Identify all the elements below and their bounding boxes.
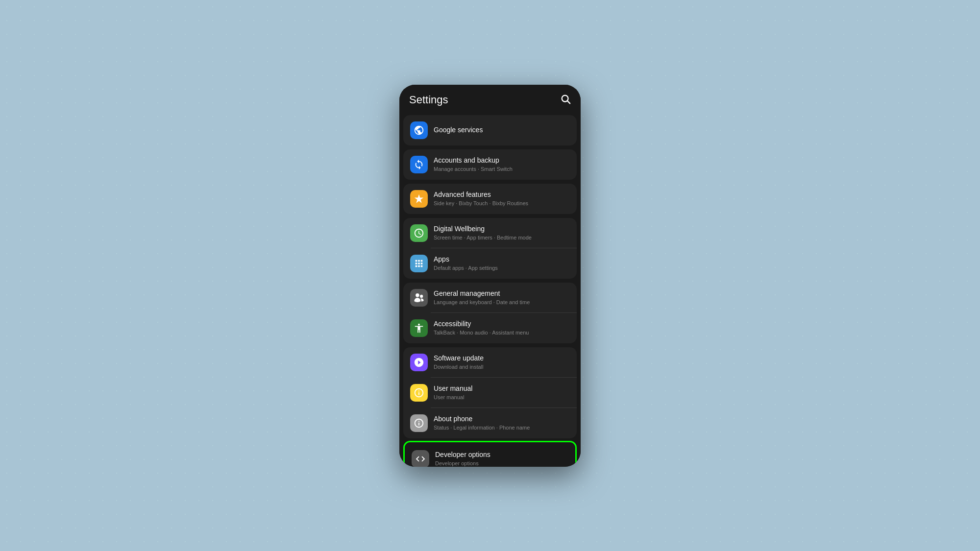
advanced-features-subtitle: Side key · Bixby Touch · Bixby Routines (434, 200, 570, 207)
settings-header: Settings (399, 85, 581, 113)
advanced-features-text: Advanced features Side key · Bixby Touch… (434, 190, 570, 207)
user-manual-text: User manual User manual (434, 384, 570, 401)
user-manual-icon (410, 384, 428, 402)
google-services-title: Google services (434, 125, 570, 134)
digital-wellbeing-icon (410, 224, 428, 242)
general-management-item[interactable]: General management Language and keyboard… (403, 283, 577, 313)
about-phone-subtitle: Status · Legal information · Phone name (434, 424, 570, 431)
apps-text: Apps Default apps · App settings (434, 255, 570, 271)
accounts-backup-text: Accounts and backup Manage accounts · Sm… (434, 156, 570, 172)
svg-line-1 (567, 101, 570, 103)
about-phone-icon (410, 414, 428, 432)
search-icon[interactable] (560, 94, 571, 107)
apps-icon (410, 255, 428, 272)
software-update-subtitle: Download and install (434, 363, 570, 370)
section-management-access: General management Language and keyboard… (403, 283, 577, 343)
page-title: Settings (409, 94, 448, 106)
advanced-features-item[interactable]: Advanced features Side key · Bixby Touch… (403, 184, 577, 214)
apps-title: Apps (434, 255, 570, 264)
user-manual-item[interactable]: User manual User manual (403, 378, 577, 408)
accessibility-item[interactable]: Accessibility TalkBack · Mono audio · As… (403, 313, 577, 343)
general-management-title: General management (434, 289, 570, 298)
google-services-item[interactable]: Google services (403, 115, 577, 145)
developer-options-item[interactable]: Developer options Developer options (405, 442, 575, 467)
apps-item[interactable]: Apps Default apps · App settings (403, 248, 577, 279)
general-management-subtitle: Language and keyboard · Date and time (434, 299, 570, 306)
section-google: Google services (403, 115, 577, 145)
accessibility-icon (410, 319, 428, 337)
general-management-icon (410, 289, 428, 307)
google-services-icon (410, 121, 428, 139)
developer-options-subtitle: Developer options (435, 460, 568, 466)
accounts-backup-title: Accounts and backup (434, 156, 570, 165)
accessibility-text: Accessibility TalkBack · Mono audio · As… (434, 319, 570, 336)
developer-options-title: Developer options (435, 450, 568, 459)
software-update-title: Software update (434, 354, 570, 362)
developer-options-icon (412, 450, 429, 467)
advanced-features-icon (410, 190, 428, 208)
digital-wellbeing-subtitle: Screen time · App timers · Bedtime mode (434, 234, 570, 241)
about-phone-text: About phone Status · Legal information ·… (434, 414, 570, 431)
accounts-backup-item[interactable]: Accounts and backup Manage accounts · Sm… (403, 149, 577, 180)
section-accounts: Accounts and backup Manage accounts · Sm… (403, 149, 577, 180)
settings-list: Google services Accounts and backup Mana… (399, 113, 581, 467)
apps-subtitle: Default apps · App settings (434, 264, 570, 271)
digital-wellbeing-title: Digital Wellbeing (434, 224, 570, 233)
accounts-backup-icon (410, 156, 428, 173)
developer-options-section: Developer options Developer options (403, 441, 577, 467)
developer-options-text: Developer options Developer options (435, 450, 568, 466)
section-advanced: Advanced features Side key · Bixby Touch… (403, 184, 577, 214)
section-digital-apps: Digital Wellbeing Screen time · App time… (403, 218, 577, 279)
about-phone-item[interactable]: About phone Status · Legal information ·… (403, 408, 577, 438)
about-phone-title: About phone (434, 414, 570, 423)
general-management-text: General management Language and keyboard… (434, 289, 570, 306)
digital-wellbeing-item[interactable]: Digital Wellbeing Screen time · App time… (403, 218, 577, 248)
user-manual-title: User manual (434, 384, 570, 393)
phone-screen: Settings Google services (399, 85, 581, 467)
software-update-text: Software update Download and install (434, 354, 570, 370)
software-update-icon (410, 354, 428, 371)
section-update-about: Software update Download and install Use… (403, 347, 577, 438)
digital-wellbeing-text: Digital Wellbeing Screen time · App time… (434, 224, 570, 241)
user-manual-subtitle: User manual (434, 394, 570, 401)
accessibility-title: Accessibility (434, 319, 570, 328)
advanced-features-title: Advanced features (434, 190, 570, 199)
accessibility-subtitle: TalkBack · Mono audio · Assistant menu (434, 329, 570, 336)
software-update-item[interactable]: Software update Download and install (403, 347, 577, 378)
google-services-text: Google services (434, 125, 570, 134)
accounts-backup-subtitle: Manage accounts · Smart Switch (434, 166, 570, 172)
